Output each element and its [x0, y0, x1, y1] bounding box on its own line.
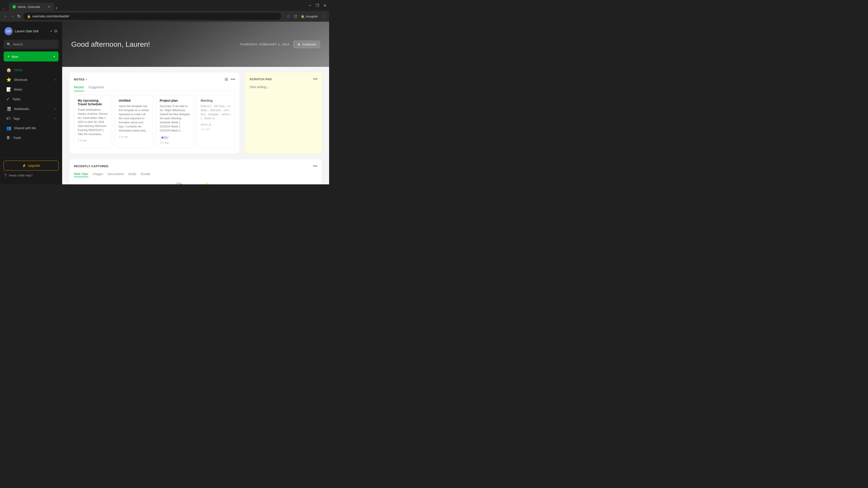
incognito-icon: 🕵 — [301, 15, 305, 18]
forward-button[interactable]: → — [10, 14, 14, 19]
upgrade-button[interactable]: ⚡ Upgrade — [4, 161, 59, 170]
sidebar-item-tasks[interactable]: ✓ Tasks — [2, 94, 60, 104]
tab-recent[interactable]: Recent — [74, 86, 84, 91]
note-fade-overlay — [226, 95, 235, 148]
tab-emails[interactable]: Emails — [141, 172, 150, 177]
badge-text: 0/1 — [164, 136, 168, 139]
menu-icon[interactable]: ⋮ — [321, 14, 326, 19]
avatar: LD — [4, 27, 13, 35]
tab-documents[interactable]: Documents — [107, 172, 124, 177]
greeting-text: Good afternoon, Lauren! — [71, 40, 150, 48]
badge-dot — [162, 137, 163, 138]
close-window-button[interactable]: ✕ — [323, 3, 327, 8]
lock-icon: 🔒 — [27, 14, 31, 18]
reload-button[interactable]: ↻ — [17, 14, 21, 19]
tasks-icon: ✓ — [6, 97, 10, 102]
tab-suggested[interactable]: Suggested — [88, 86, 103, 91]
sidebar-item-shared[interactable]: 👥 Shared with Me — [2, 123, 60, 133]
sidebar-item-notebooks[interactable]: 📓 Notebooks ▾ — [2, 104, 60, 113]
address-bar[interactable]: 🔒 evernote.com/client/web#/ — [23, 13, 281, 20]
captured-more-button[interactable]: ••• — [313, 164, 317, 168]
tab-images[interactable]: Images — [93, 172, 103, 177]
notes-add-button[interactable]: ⊞ — [225, 77, 228, 82]
minimize-button[interactable]: ─ — [309, 3, 311, 8]
maximize-button[interactable]: ❐ — [316, 3, 319, 8]
notes-tabs: Recent Suggested — [74, 86, 235, 91]
notes-icon: 📝 — [6, 87, 11, 92]
toolbar-right: ☆ ⊡ 🕵 Incognito ⋮ — [287, 14, 326, 19]
upgrade-icon: ⚡ — [22, 164, 26, 167]
notes-title-text: NOTES — [74, 78, 85, 81]
tab-favicon: E — [12, 5, 16, 8]
customize-button[interactable]: 🏠 Customize — [293, 41, 320, 48]
note-preview-1: Travel destinations: Alaska, America, De… — [78, 108, 108, 136]
sidebar-toggle-icon[interactable]: ⊡ — [294, 14, 297, 19]
note-card-1[interactable]: My Upcoming Travel Schedule Travel desti… — [74, 95, 112, 148]
notes-widget: NOTES › ⊞ ••• Recent Suggested My Upcom — [69, 72, 240, 154]
note-time-2: 1 hr ago — [119, 135, 149, 138]
window-controls: ─ ❐ ✕ — [309, 3, 327, 8]
recently-captured-widget: RECENTLY CAPTURED ••• Web Clips Images D… — [69, 159, 322, 184]
nav-back[interactable]: ‹ — [3, 7, 4, 11]
scratch-pad-header: SCRATCH PAD ••• — [250, 77, 317, 82]
browser-tabs: ‹ › E Home - Evernote ✕ + — [3, 0, 58, 11]
plus-icon: + — [7, 54, 10, 59]
help-label: Need a little help? — [9, 174, 33, 177]
sidebar-user[interactable]: LD Lauren Dale Deli ▾ ⚙ — [0, 25, 62, 39]
app-layout: LD Lauren Dale Deli ▾ ⚙ 🔍 Search + New ▾… — [0, 22, 329, 184]
tab-title: Home - Evernote — [18, 5, 46, 8]
upgrade-label: Upgrade — [28, 164, 40, 167]
scratch-pad-more-button[interactable]: ••• — [313, 77, 317, 82]
search-button[interactable]: 🔍 Search — [4, 40, 59, 49]
hero-section: Good afternoon, Lauren! THURSDAY, FEBRUA… — [62, 22, 329, 67]
sidebar-item-tasks-label: Tasks — [12, 97, 21, 101]
search-icon: 🔍 — [7, 42, 11, 46]
notes-grid: My Upcoming Travel Schedule Travel desti… — [74, 95, 235, 148]
user-name: Lauren Dale Deli — [15, 29, 48, 33]
tags-expand-icon: ▾ — [55, 117, 56, 120]
note-card-3[interactable]: Project plan Summary To be able to etc. … — [156, 95, 194, 148]
capture-illustration: 📎🌟 — [173, 182, 218, 184]
back-button[interactable]: ← — [4, 14, 8, 19]
nav-forward[interactable]: › — [5, 7, 6, 11]
tab-web-clips[interactable]: Web Clips — [74, 172, 88, 177]
new-button[interactable]: + New ▾ — [4, 52, 59, 61]
active-tab[interactable]: E Home - Evernote ✕ — [9, 3, 54, 11]
note-title-3: Project plan — [160, 99, 190, 102]
help-button[interactable]: ❓ Need a little help? — [4, 173, 59, 178]
tab-close-button[interactable]: ✕ — [48, 5, 51, 8]
incognito-button[interactable]: 🕵 Incognito — [301, 15, 318, 18]
home-icon: 🏠 — [6, 68, 11, 72]
sidebar-bottom: ⚡ Upgrade ❓ Need a little help? — [0, 158, 62, 181]
sidebar-item-shortcuts[interactable]: ⭐ Shortcuts ▾ — [2, 75, 60, 85]
tags-icon: 🏷 — [6, 116, 10, 121]
sidebar-item-home[interactable]: 🏠 Home — [2, 65, 60, 75]
note-preview-3: Summary To be able to etc. Major Milesto… — [160, 104, 190, 133]
bookmark-icon[interactable]: ☆ — [287, 14, 290, 19]
sidebar-item-tags-label: Tags — [13, 117, 20, 121]
note-badge-3: 0/1 — [160, 136, 169, 139]
scratch-pad-input[interactable] — [250, 85, 317, 149]
sidebar: LD Lauren Dale Deli ▾ ⚙ 🔍 Search + New ▾… — [0, 22, 62, 184]
notes-widget-actions: ⊞ ••• — [225, 77, 235, 82]
browser-titlebar: ‹ › E Home - Evernote ✕ + ─ ❐ ✕ — [0, 0, 329, 11]
note-card-4[interactable]: Meeting Date & T... AM Goal... the tasks… — [197, 95, 235, 148]
sidebar-item-notes[interactable]: 📝 Notes — [2, 85, 60, 94]
sidebar-item-trash[interactable]: 🗑 Trash — [2, 133, 60, 142]
avatar-initials: LD — [6, 29, 11, 33]
sidebar-item-tags[interactable]: 🏷 Tags ▾ — [2, 114, 60, 123]
sidebar-item-trash-label: Trash — [13, 136, 21, 140]
trash-icon: 🗑 — [6, 135, 10, 140]
main-content: Good afternoon, Lauren! THURSDAY, FEBRUA… — [62, 22, 329, 184]
tab-audio[interactable]: Audio — [128, 172, 136, 177]
new-label: New — [11, 55, 52, 59]
notes-widget-header: NOTES › ⊞ ••• — [74, 77, 235, 82]
note-card-2[interactable]: Untitled About this template Use this te… — [115, 95, 153, 148]
settings-icon[interactable]: ⚙ — [54, 29, 58, 34]
notebooks-expand-icon: ▾ — [55, 107, 56, 110]
sidebar-item-notes-label: Notes — [14, 88, 22, 91]
hero-date: THURSDAY, FEBRUARY 1, 2024 — [240, 43, 289, 46]
notebooks-icon: 📓 — [6, 106, 11, 111]
new-tab-button[interactable]: + — [55, 6, 58, 11]
notes-more-button[interactable]: ••• — [231, 77, 235, 82]
